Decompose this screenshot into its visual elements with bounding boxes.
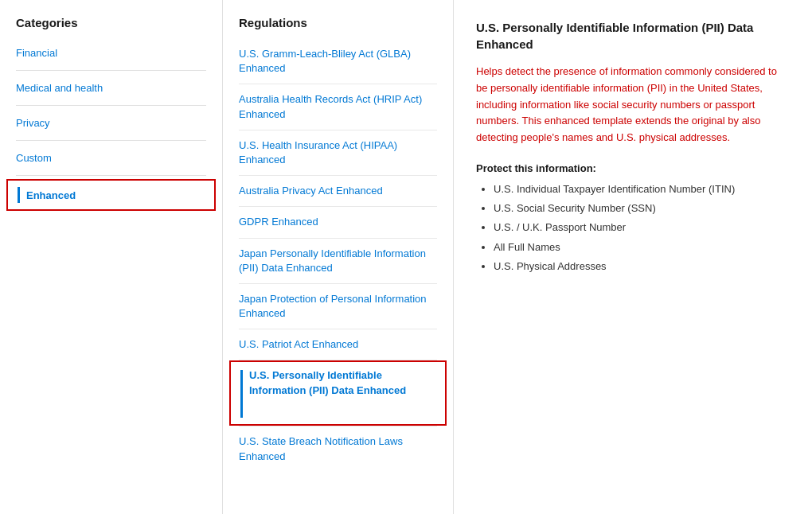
sidebar-item-financial[interactable]: Financial — [0, 39, 222, 67]
protect-item: U.S. / U.K. Passport Number — [494, 220, 790, 235]
regulation-item-glba[interactable]: U.S. Gramm-Leach-Bliley Act (GLBA) Enhan… — [223, 39, 453, 84]
protect-item: U.S. Social Security Number (SSN) — [494, 201, 790, 216]
regulation-item-hipaa[interactable]: U.S. Health Insurance Act (HIPAA) Enhanc… — [223, 130, 453, 175]
protect-item: All Full Names — [494, 240, 790, 255]
protect-title: Protect this information: — [476, 162, 790, 174]
regulation-item-patriot[interactable]: U.S. Patriot Act Enhanced — [223, 329, 453, 360]
active-indicator — [240, 370, 243, 418]
protect-item: U.S. Individual Taxpayer Identification … — [494, 182, 790, 197]
regulation-item-us-pii[interactable]: U.S. Personally Identifiable Information… — [229, 360, 447, 426]
protect-item: U.S. Physical Addresses — [494, 259, 790, 274]
divider — [16, 175, 206, 176]
regulation-item-aus-privacy[interactable]: Australia Privacy Act Enhanced — [223, 176, 453, 206]
detail-description: Helps detect the presence of information… — [476, 64, 790, 146]
regulation-item-hrip[interactable]: Australia Health Records Act (HRIP Act) … — [223, 84, 453, 129]
sidebar-item-privacy[interactable]: Privacy — [0, 109, 222, 137]
active-indicator — [18, 187, 20, 203]
divider — [16, 140, 206, 141]
divider — [16, 70, 206, 71]
divider — [16, 105, 206, 106]
regulation-item-japan-protection[interactable]: Japan Protection of Personal Information… — [223, 284, 453, 329]
sidebar-item-medical[interactable]: Medical and health — [0, 74, 222, 102]
regulations-title: Regulations — [223, 16, 453, 39]
sidebar-item-custom[interactable]: Custom — [0, 144, 222, 172]
detail-title: U.S. Personally Identifiable Information… — [476, 19, 790, 53]
regulations-panel: Regulations U.S. Gramm-Leach-Bliley Act … — [223, 0, 454, 514]
regulation-item-state-breach[interactable]: U.S. State Breach Notification Laws Enha… — [223, 426, 453, 471]
sidebar-item-enhanced[interactable]: Enhanced — [6, 179, 216, 211]
detail-panel: U.S. Personally Identifiable Information… — [454, 0, 812, 514]
categories-panel: Categories Financial Medical and health … — [0, 0, 223, 514]
regulation-item-gdpr[interactable]: GDPR Enhanced — [223, 207, 453, 237]
categories-title: Categories — [0, 16, 222, 39]
regulation-item-japan-pii[interactable]: Japan Personally Identifiable Informatio… — [223, 239, 453, 283]
protect-list: U.S. Individual Taxpayer Identification … — [476, 182, 790, 274]
